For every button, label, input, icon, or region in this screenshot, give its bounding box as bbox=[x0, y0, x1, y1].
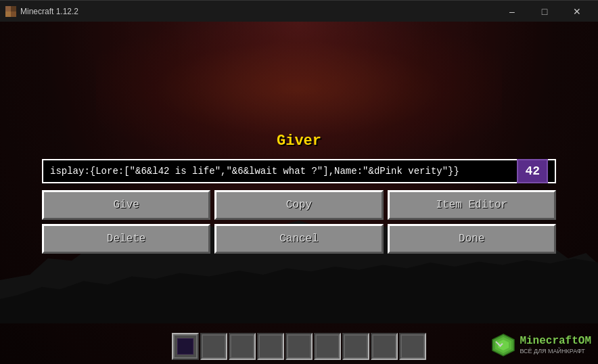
window-title: Minecraft 1.12.2 bbox=[20, 7, 497, 16]
watermark-main-text: MinecraftOM bbox=[520, 335, 591, 348]
window-controls: – □ ✕ bbox=[497, 1, 593, 22]
button-grid: Give Copy Item Editor Delete Cancel Done bbox=[42, 190, 556, 254]
minimize-button[interactable]: – bbox=[497, 1, 528, 22]
window-titlebar: Minecraft 1.12.2 – □ ✕ bbox=[0, 0, 598, 22]
give-button[interactable]: Give bbox=[42, 190, 210, 220]
dialog-title: Giver bbox=[277, 133, 321, 150]
delete-button[interactable]: Delete bbox=[42, 224, 210, 254]
watermark: MinecraftOM ВСЁ ДЛЯ МАЙНКРАФТ bbox=[491, 333, 591, 357]
item-editor-button[interactable]: Item Editor bbox=[388, 190, 556, 220]
cancel-button[interactable]: Cancel bbox=[214, 224, 383, 254]
watermark-sub-text: ВСЁ ДЛЯ МАЙНКРАФТ bbox=[520, 348, 584, 355]
app-icon bbox=[5, 6, 16, 17]
dialog-overlay: Giver 42 Give Copy Item Editor Delete Ca… bbox=[0, 22, 598, 364]
game-background: Giver 42 Give Copy Item Editor Delete Ca… bbox=[0, 22, 598, 364]
close-button[interactable]: ✕ bbox=[561, 1, 593, 22]
done-button[interactable]: Done bbox=[388, 224, 556, 254]
copy-button[interactable]: Copy bbox=[214, 190, 383, 220]
watermark-logo-icon bbox=[491, 333, 515, 357]
dialog-container: Giver 42 Give Copy Item Editor Delete Ca… bbox=[42, 133, 556, 254]
command-input[interactable] bbox=[42, 159, 556, 183]
watermark-text: MinecraftOM ВСЁ ДЛЯ МАЙНКРАФТ bbox=[520, 335, 591, 355]
count-badge: 42 bbox=[517, 159, 548, 183]
maximize-button[interactable]: □ bbox=[529, 1, 560, 22]
